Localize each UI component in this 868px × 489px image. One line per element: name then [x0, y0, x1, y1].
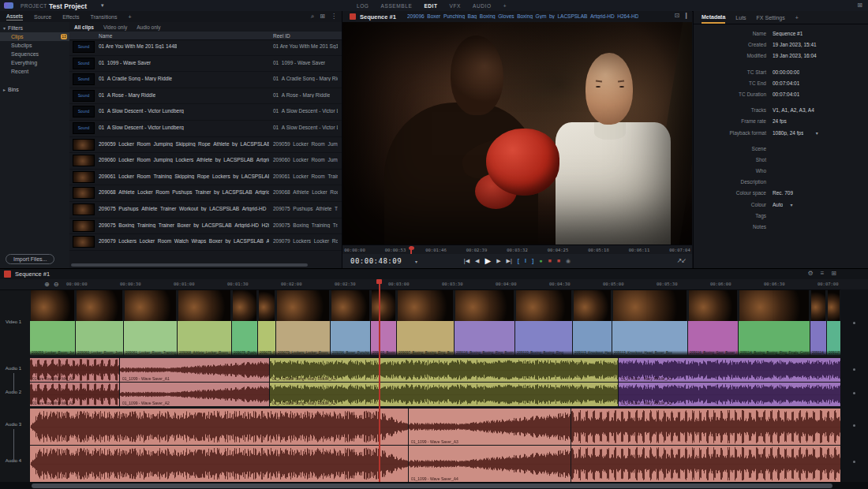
timeline-audio-clip[interactable] [30, 446, 408, 482]
timeline-video-clip[interactable]: 209113_Knockout_Head [573, 289, 612, 356]
track-gutter-dot[interactable] [853, 424, 855, 427]
view-tab-audio-only[interactable]: Audio only [137, 24, 160, 30]
mark-in-button[interactable]: [ [518, 256, 519, 267]
bin-tab-transitions[interactable]: Transitions [90, 14, 117, 20]
project-name[interactable]: Test Project [49, 2, 87, 10]
metadata-field-value[interactable]: Auto [773, 202, 783, 207]
timeline-sequence-title[interactable]: Sequence #1 [15, 271, 50, 278]
clip-list-row[interactable]: Sound01_A Cradle Song - Mary Riddle01_A … [69, 72, 342, 88]
column-header-name[interactable]: Name [99, 33, 112, 39]
filters-header[interactable]: ▾ Filters [0, 22, 69, 32]
timeline-video-clip[interactable]: 209096_Boxer_Punching_Bag [331, 289, 370, 356]
metadata-field-value[interactable]: 1080p, 24 fps [773, 130, 803, 136]
sidebar-item-recent[interactable]: Recent [0, 67, 69, 76]
timeline-video-clip[interactable]: 209079_Lockers_Locker_Room_W [276, 289, 330, 356]
timeline-audio-clip[interactable]: 01_A Cradle Song - Mary Riddle_A1 [270, 358, 618, 382]
remove-edit-button[interactable]: ■ [557, 256, 560, 267]
timecode-display[interactable]: 00:00:48:09 [350, 257, 402, 265]
timeline-audio-clip[interactable]: 01_A Cradle Song - Mary Riddle_A2 [270, 383, 618, 406]
viewer-playhead[interactable] [410, 246, 412, 254]
workspace-tab-edit[interactable]: EDIT [424, 3, 437, 9]
bin-tab-source[interactable]: Source [34, 14, 51, 20]
clip-list-row[interactable]: 209060_Locker_Room_Jumping_Lockers_Athle… [69, 153, 342, 170]
timeline-settings-icon[interactable]: ⚙ [807, 270, 813, 277]
popout-icon[interactable]: ⊡ [675, 12, 680, 19]
viewer-video[interactable] [342, 22, 692, 244]
playhead-handle[interactable] [376, 279, 382, 284]
clip-list-row[interactable]: 209079_Lockers_Locker_Room_Watch_Wraps_B… [69, 234, 342, 251]
timeline-video-clip[interactable]: 209061_Locker_Room_Training_Sk [124, 289, 177, 356]
metadata-tab-[interactable]: + [795, 13, 799, 23]
search-icon[interactable]: ⌕ [311, 12, 314, 21]
workspace-tab-log[interactable]: LOG [357, 3, 369, 9]
track-gutter-dot[interactable] [853, 392, 855, 394]
timeline-video-clip[interactable]: 209103_Boxing [371, 289, 396, 356]
metadata-tab-metadata[interactable]: Metadata [702, 12, 725, 24]
timeline-audio-clip[interactable]: 01_1099 - Wave Saver_A4 [409, 446, 571, 482]
clip-list-row[interactable]: 209068_Athlete_Locker_Room_Pushups_Train… [69, 185, 342, 202]
timeline-audio-clip[interactable]: 01_1099 - Wave Saver_A2 [120, 383, 269, 406]
timeline-video-clip[interactable]: 209075_Pushups_A [232, 289, 257, 356]
timeline-grid-icon[interactable]: ⊞ [831, 270, 836, 277]
timeline-playhead[interactable] [379, 279, 380, 482]
dropdown-caret-icon[interactable]: ▾ [790, 202, 792, 207]
expand-triangle-icon[interactable]: ▸ [3, 87, 6, 92]
kebab-menu-icon[interactable]: ⋮ [331, 12, 337, 21]
timeline-video-clip[interactable]: 209116_Boxing_Boxing_Ring_Boxing_Gym [455, 289, 514, 356]
zoom-out-icon[interactable]: ⊖ [54, 281, 59, 288]
timeline-video-clip[interactable]: 209075_Boxing_Tr [258, 289, 275, 356]
bin-tab-[interactable]: + [128, 14, 131, 20]
view-tab-all-clips[interactable]: All clips [74, 24, 94, 30]
tile-view-icon[interactable]: ⊞ [320, 12, 325, 21]
clip-list-row[interactable]: Sound01_A Slow Descent - Victor Lundberg… [69, 104, 342, 121]
timeline-audio-clip[interactable]: 01_1099 - Wave Saver_A3 [409, 409, 571, 445]
timeline-ruler[interactable]: ⊕ ⊖ 00:00:0000:00:3000:01:0000:01:3000:0… [0, 279, 868, 290]
workspace-tab-audio[interactable]: AUDIO [473, 3, 492, 9]
sidebar-item-everything[interactable]: Everything [0, 58, 69, 67]
project-caret-icon[interactable]: ▾ [101, 2, 104, 9]
timeline-audio-clip[interactable]: 01_A Rose - Mary Riddle_A2 [619, 383, 840, 406]
timeline-hscrollbar[interactable] [32, 483, 832, 488]
collapse-triangle-icon[interactable]: ▾ [3, 25, 6, 31]
clip-list-row[interactable]: 209075_Boxing_Training_Trainer_Boxer_by_… [69, 218, 342, 235]
timeline-video-clip[interactable]: 209114_Boxing_Boxing_Ring_Finals_Competi… [739, 289, 810, 356]
clip-list-row[interactable]: 209075_Pushups_Athlete_Trainer_Workout_b… [69, 202, 342, 218]
clip-list-row[interactable]: Sound01_A Rose - Mary Riddle01_A Rose - … [69, 88, 342, 105]
workspace-tab-[interactable]: + [503, 3, 507, 9]
clip-list-row[interactable]: 209061_Locker_Room_Training_Skipping_Rop… [69, 170, 342, 186]
timeline-video-clip[interactable]: 209115_B [827, 289, 840, 356]
dropdown-caret-icon[interactable]: ▾ [816, 130, 818, 136]
timeline-video-clip[interactable]: 209068_Athlete_Locker_Room_Pushups [178, 289, 231, 356]
mark-cue-button[interactable]: I [525, 256, 526, 267]
metadata-tab-luts[interactable]: Luts [735, 13, 746, 23]
clip-list-row[interactable]: Sound01 Are You With Me 201 Sg1 144801 A… [69, 39, 342, 56]
viewer-source-clip-name[interactable]: 209096_Boxer_Punching_Bag_Boxing_Gloves_… [407, 13, 638, 19]
clip-list-row[interactable]: Sound01_A Slow Descent - Victor Lundberg… [69, 121, 342, 137]
track-gutter-dot[interactable] [853, 461, 855, 463]
bin-tab-assets[interactable]: Assets [6, 13, 23, 21]
view-tab-video-only[interactable]: Video only [103, 24, 127, 30]
timeline-video-clip[interactable]: 209060_Locker_Room_Jumping [76, 289, 123, 356]
timeline-audio-clip[interactable]: 01 Are You With Me_A2 [30, 383, 119, 406]
clip-list-row[interactable]: 209059_Locker_Room_Jumping_Skipping_Rope… [69, 137, 342, 154]
timeline-audio-clip[interactable] [30, 409, 408, 445]
timeline-video-clip[interactable]: 209110_Boxing_Boxing_Ring [515, 289, 572, 356]
timeline-video-clip[interactable]: 209116_Boxing_Spot_Boxer_Po [688, 289, 738, 356]
workspace-tab-assemble[interactable]: ASSEMBLE [381, 3, 413, 9]
mark-out-button[interactable]: ] [532, 256, 533, 267]
track-label-audio-1[interactable]: Audio 1 [0, 366, 27, 371]
track-label-audio-3[interactable]: Audio 3 [0, 422, 27, 427]
timeline-audio-clip[interactable]: 01_1099 - Wave Saver_A1 [120, 358, 269, 382]
workspace-tab-vfx[interactable]: VFX [450, 3, 461, 9]
track-gutter-dot[interactable] [853, 368, 855, 371]
timeline-video-clip[interactable]: 209059_Locker_Room_Jump [30, 289, 75, 356]
bin-tab-effects[interactable]: Effects [62, 14, 79, 20]
sidebar-item-sequences[interactable]: Sequences [0, 50, 69, 58]
timeline-tracks-icon[interactable]: ≡ [821, 270, 825, 277]
timeline-video-clip[interactable]: 209097_Boxing_Boxing_Ring_Boxer [397, 289, 454, 356]
zoom-in-icon[interactable]: ⊕ [44, 281, 50, 288]
sidebar-item-clips[interactable]: Clips13 [0, 32, 69, 41]
fullscreen-icon[interactable]: ↗↙ [677, 257, 686, 264]
go-to-start-button[interactable]: |◀ [464, 256, 470, 267]
timeline-audio-clip[interactable] [571, 409, 840, 445]
